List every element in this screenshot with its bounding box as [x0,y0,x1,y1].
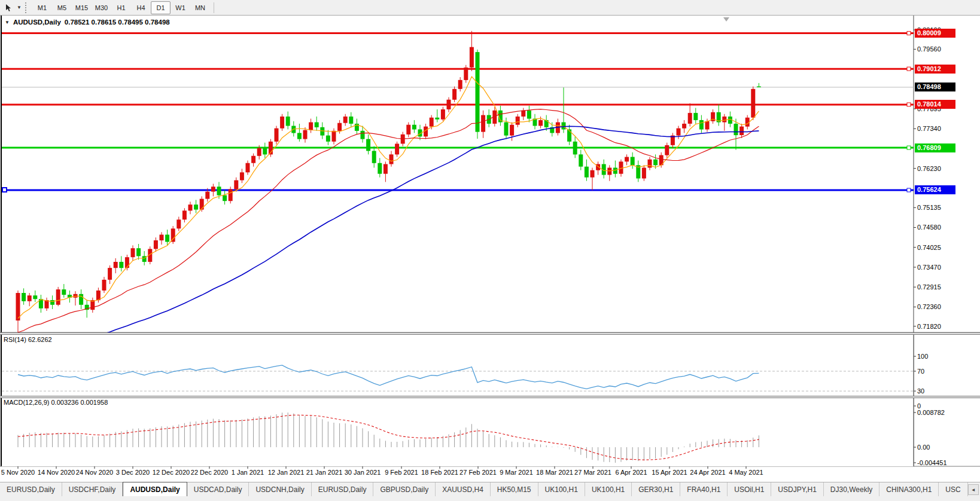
panel-splitter-rsi[interactable] [0,332,980,335]
macd-tick-label: -0.004451 [917,459,977,467]
timeframe-button-mn[interactable]: MN [190,1,210,14]
level-price-badge: 0.79012 [915,65,955,74]
price-tick-label: 0.74580 [917,223,977,231]
level-price-badge: 0.76809 [915,143,955,152]
price-tick-label: 0.73470 [917,263,977,271]
chart-tab-china300-h1[interactable]: CHINA300,H1 [879,482,939,497]
chart-symbol-label: AUDUSD,Daily [13,19,61,26]
rsi-tick-label: 30 [917,387,977,395]
toolbar-grip-handle[interactable] [25,2,30,13]
current-price-badge: 0.78498 [915,83,955,91]
chart-tab-fra40-h1[interactable]: FRA40,H1 [680,482,728,497]
chart-tab-gbpusd-daily[interactable]: GBPUSD,Daily [373,482,436,497]
chart-tab-hk50-m15[interactable]: HK50,M15 [491,482,538,497]
price-tick-label: 0.72915 [917,283,977,291]
price-chart-canvas[interactable] [0,16,980,482]
rsi-indicator-label: RSI(14) 62.6262 [4,336,52,343]
chart-title: ▼ AUDUSD,Daily 0.78521 0.78615 0.78495 0… [5,19,170,26]
price-tick-label: 0.71820 [917,322,977,331]
chart-tab-ger30-h1[interactable]: GER30,H1 [632,482,680,497]
chart-tab-eurusd-daily[interactable]: EURUSD,Daily [312,482,374,497]
chart-tab-eurusd-daily[interactable]: EURUSD,Daily [0,482,62,497]
timeframe-button-h4[interactable]: H4 [131,1,151,14]
cursor-tool-icon[interactable] [2,2,16,14]
rsi-tick-label: 70 [917,367,977,375]
window-bottom-strip [0,496,980,501]
panel-splitter-macd[interactable] [0,396,980,398]
chart-tab-audusd-daily[interactable]: AUDUSD,Daily [123,482,187,497]
chart-tab-usdchf-daily[interactable]: USDCHF,Daily [62,482,123,497]
timeframe-button-m15[interactable]: M15 [72,1,92,14]
chart-tab-usdjpy-h1[interactable]: USDJPY,H1 [771,482,823,497]
chart-tab-usc[interactable]: USC [939,482,967,497]
price-tick-label: 0.74025 [917,243,977,252]
mt4-trading-platform: { "toolbar": { "cursor_tool_icon": "poin… [0,0,980,501]
price-tick-label: 0.77340 [917,124,977,133]
toolbar-separator [214,2,214,13]
chart-tab-bar: EURUSD,DailyUSDCHF,DailyAUDUSD,DailyUSDC… [0,482,980,497]
date-tick-label: 4 May 2021 [721,469,771,476]
price-tick-label: 0.75135 [917,203,977,212]
tab-scroll-arrows: ◄► [968,482,980,497]
chart-tab-usdcnh-daily[interactable]: USDCNH,Daily [249,482,311,497]
chart-tab-usdcad-daily[interactable]: USDCAD,Daily [187,482,249,497]
timeframe-button-m30[interactable]: M30 [92,1,111,14]
macd-tick-label: 0.00 [917,443,977,451]
chart-tab-dj30-weekly[interactable]: DJ30,Weekly [824,482,879,497]
timeframe-button-w1[interactable]: W1 [171,1,190,14]
chart-tab-xauusd-h4[interactable]: XAUUSD,H4 [436,482,491,497]
timeframe-button-m5[interactable]: M5 [52,1,72,14]
chevron-down-icon[interactable]: ▼ [16,2,23,14]
macd-indicator-label: MACD(12,26,9) 0.003236 0.001958 [4,399,108,406]
timeframe-button-h1[interactable]: H1 [111,1,131,14]
price-tick-label: 0.76230 [917,164,977,173]
chart-window: ▼ AUDUSD,Daily 0.78521 0.78615 0.78495 0… [0,16,980,482]
collapse-arrow-icon[interactable]: ▼ [5,20,10,25]
timeframe-buttons: M1M5M15M30H1H4D1W1MN [32,1,210,14]
chart-tab-uk100-h1[interactable]: UK100,H1 [538,482,585,497]
timeframe-button-d1[interactable]: D1 [151,1,171,14]
macd-tick-label: 0.008782 [917,408,977,417]
level-price-badge: 0.80009 [915,29,955,38]
rsi-tick-label: 100 [917,352,977,361]
chart-tab-usoil-h1[interactable]: USOil,H1 [728,482,771,497]
timeframe-button-m1[interactable]: M1 [32,1,52,14]
chart-ohlc-values: 0.78521 0.78615 0.78495 0.78498 [65,19,170,26]
chart-tab-uk100-h1[interactable]: UK100,H1 [585,482,632,497]
timeframe-toolbar: ▼ M1M5M15M30H1H4D1W1MN [0,0,980,16]
price-tick-label: 0.72360 [917,303,977,311]
level-price-badge: 0.78014 [915,100,955,109]
level-price-badge: 0.75624 [915,185,955,194]
tab-scroll-left-icon[interactable]: ◄ [968,484,979,495]
price-tick-label: 0.79560 [917,45,977,53]
